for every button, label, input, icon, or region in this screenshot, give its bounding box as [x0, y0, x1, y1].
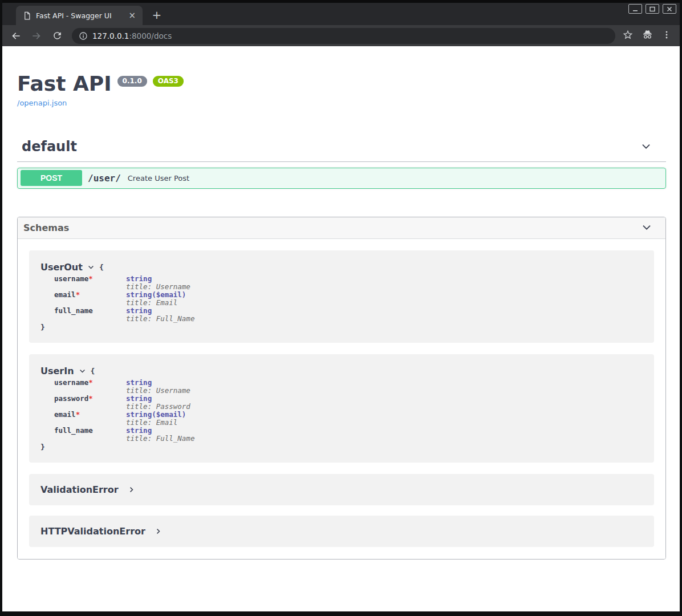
- browser-window: Fast API - Swagger UI × +: [0, 0, 682, 616]
- reload-button[interactable]: [49, 28, 65, 44]
- prop-type: string: [126, 395, 190, 403]
- prop-type: string: [126, 275, 190, 283]
- toolbar-right-icons: [622, 29, 674, 43]
- maximize-icon: [649, 6, 656, 13]
- model-name: ValidationError: [40, 484, 119, 495]
- minimize-icon: [632, 6, 639, 13]
- model-name: HTTPValidationError: [40, 526, 145, 537]
- forward-button[interactable]: [29, 28, 44, 44]
- model-userin: UserIn { username* stringtitle: Username…: [29, 354, 654, 463]
- prop-type: string: [126, 427, 194, 435]
- required-star: *: [76, 290, 80, 299]
- prop-type: string($email): [126, 291, 186, 299]
- new-tab-button[interactable]: +: [149, 7, 164, 22]
- url-text[interactable]: 127.0.0.1:8000/docs: [92, 31, 172, 40]
- chevron-down-icon[interactable]: [79, 367, 86, 375]
- required-star: *: [88, 274, 93, 283]
- openapi-spec-link[interactable]: /openapi.json: [17, 99, 67, 107]
- chevron-right-icon[interactable]: [155, 528, 162, 535]
- tab-title: Fast API - Swagger UI: [36, 11, 126, 20]
- prop-attr: title: Email: [126, 299, 186, 307]
- forward-icon: [31, 30, 42, 42]
- prop-attr: title: Full_Name: [126, 435, 194, 443]
- prop-type: string: [126, 307, 194, 315]
- prop-attr: title: Email: [126, 419, 186, 427]
- info-icon[interactable]: [79, 31, 88, 40]
- model-httpvalidationerror[interactable]: HTTPValidationError: [29, 516, 654, 547]
- prop-name: email: [54, 290, 76, 299]
- browser-titlebar: Fast API - Swagger UI × +: [2, 0, 680, 25]
- tag-name: default: [22, 139, 77, 155]
- reload-icon: [52, 30, 63, 41]
- menu-dots-icon: [661, 30, 672, 40]
- method-badge[interactable]: POST: [21, 170, 82, 186]
- prop-attr: title: Username: [126, 283, 190, 291]
- prop-type: string: [126, 379, 190, 387]
- property-row: password* stringtitle: Password: [40, 395, 643, 411]
- prop-type: string($email): [126, 411, 186, 419]
- prop-name: full_name: [54, 426, 93, 435]
- version-badge: 0.1.0: [117, 76, 147, 87]
- endpoint-path: /user/: [88, 173, 121, 184]
- browser-menu-button[interactable]: [661, 30, 672, 42]
- prop-attr: title: Password: [126, 403, 190, 411]
- schemas-section: Schemas UserOut { username*: [17, 217, 666, 560]
- required-star: *: [88, 378, 93, 387]
- property-row: email* string($email)title: Email: [40, 411, 643, 427]
- property-row: full_name stringtitle: Full_Name: [40, 427, 643, 443]
- model-name: UserOut: [40, 262, 83, 273]
- endpoint-summary: Create User Post: [128, 174, 189, 183]
- browser-tab[interactable]: Fast API - Swagger UI ×: [16, 6, 143, 25]
- oas3-badge: OAS3: [153, 76, 184, 87]
- tab-close-icon[interactable]: ×: [126, 10, 138, 21]
- prop-attr: title: Full_Name: [126, 315, 194, 323]
- incognito-button[interactable]: [642, 29, 653, 43]
- api-info: Fast API 0.1.0 OAS3 /openapi.json: [17, 72, 666, 108]
- required-star: *: [88, 394, 93, 403]
- model-userin-toggle[interactable]: UserIn {: [40, 366, 643, 376]
- schemas-title: Schemas: [23, 222, 69, 233]
- chevron-down-icon[interactable]: [640, 221, 653, 234]
- chevron-down-icon[interactable]: [640, 140, 652, 153]
- window-close-button[interactable]: [663, 4, 676, 14]
- page-favicon-document-icon: [23, 11, 31, 20]
- bookmark-star-icon: [622, 29, 634, 40]
- model-userout: UserOut { username* stringtitle: Usernam…: [29, 250, 654, 343]
- open-brace: {: [91, 367, 95, 375]
- close-brace: }: [40, 443, 643, 451]
- chevron-right-icon[interactable]: [128, 486, 135, 493]
- property-row: username* stringtitle: Username: [40, 379, 643, 395]
- browser-toolbar: 127.0.0.1:8000/docs: [2, 25, 680, 46]
- page-title: Fast API: [17, 72, 112, 95]
- prop-name: email: [54, 410, 76, 419]
- swagger-page: Fast API 0.1.0 OAS3 /openapi.json defaul…: [2, 46, 680, 611]
- url-host: 127.0.0.1: [92, 31, 129, 40]
- prop-name: password: [54, 394, 88, 403]
- window-minimize-button[interactable]: [628, 4, 642, 14]
- prop-name: full_name: [54, 306, 93, 315]
- prop-attr: title: Username: [126, 387, 190, 395]
- property-row: full_name stringtitle: Full_Name: [40, 307, 643, 323]
- window-maximize-button[interactable]: [646, 4, 659, 14]
- model-userout-toggle[interactable]: UserOut {: [40, 262, 643, 273]
- open-brace: {: [99, 263, 104, 271]
- endpoint-post-user[interactable]: POST /user/ Create User Post: [17, 168, 666, 189]
- prop-name: username: [54, 274, 88, 283]
- property-row: email* string($email)title: Email: [40, 291, 643, 307]
- model-name: UserIn: [40, 366, 74, 376]
- tag-section-default: default POST /user/ Create User Post: [17, 139, 666, 189]
- incognito-icon: [642, 29, 653, 40]
- required-star: *: [76, 410, 80, 419]
- url-path: :8000/docs: [129, 31, 172, 40]
- tag-header[interactable]: default: [17, 139, 666, 162]
- window-controls: [628, 4, 676, 14]
- address-bar[interactable]: 127.0.0.1:8000/docs: [72, 28, 615, 44]
- back-button[interactable]: [8, 28, 24, 44]
- bookmark-star-button[interactable]: [622, 29, 634, 43]
- close-brace: }: [40, 323, 643, 331]
- prop-name: username: [54, 378, 88, 387]
- chevron-down-icon[interactable]: [87, 264, 95, 271]
- schemas-header[interactable]: Schemas: [18, 217, 665, 239]
- property-row: username* stringtitle: Username: [40, 275, 643, 291]
- model-validationerror[interactable]: ValidationError: [29, 474, 654, 505]
